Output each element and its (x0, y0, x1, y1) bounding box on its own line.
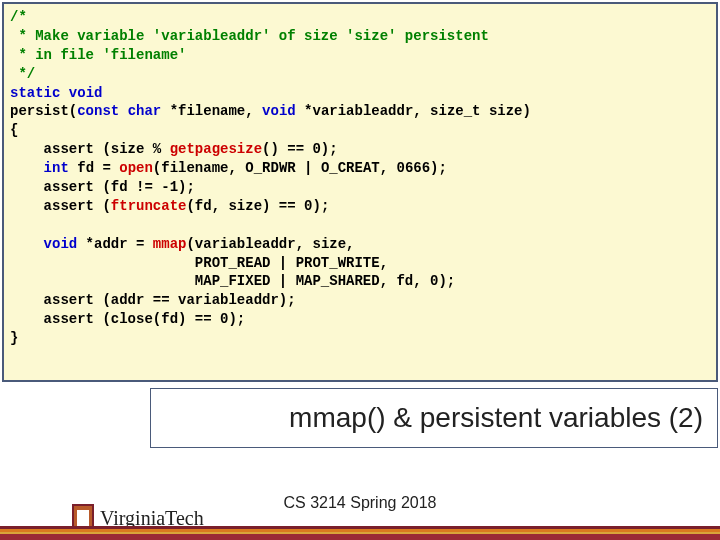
code-block: /* * Make variable 'variableaddr' of siz… (2, 2, 718, 382)
slide-title-box: mmap() & persistent variables (2) (150, 388, 718, 448)
course-footer: CS 3214 Spring 2018 (284, 494, 437, 512)
footer-stripes (0, 526, 720, 540)
slide-title: mmap() & persistent variables (2) (289, 402, 703, 434)
slide-footer: VirginiaTech CS 3214 Spring 2018 (0, 470, 720, 540)
code-text: /* * Make variable 'variableaddr' of siz… (10, 8, 710, 348)
